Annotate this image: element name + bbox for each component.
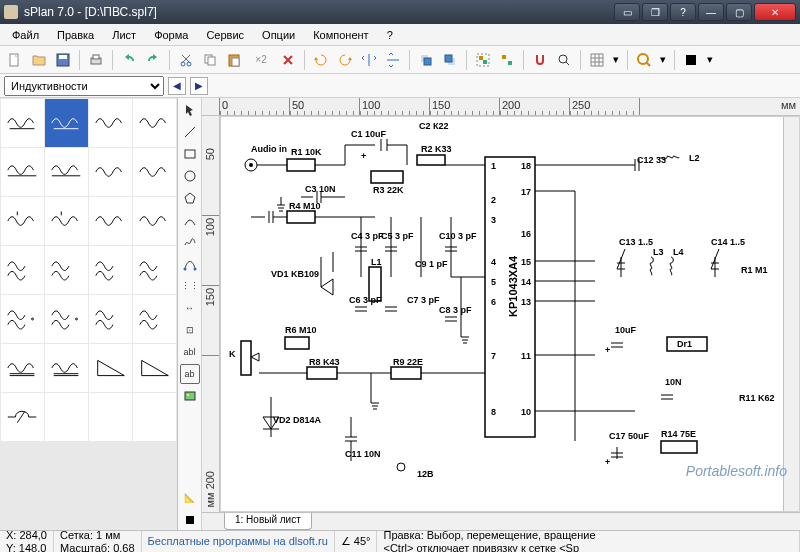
palette-item[interactable]: [89, 295, 132, 343]
palette-item[interactable]: [45, 246, 88, 294]
label-tool[interactable]: abl: [180, 342, 200, 362]
menu-sheet[interactable]: Лист: [104, 26, 144, 44]
palette-item[interactable]: [45, 197, 88, 245]
palette-item[interactable]: [45, 295, 88, 343]
special-tool[interactable]: ⋮⋮: [180, 276, 200, 296]
node-tool[interactable]: ⊡: [180, 320, 200, 340]
zoom-button[interactable]: [633, 49, 655, 71]
palette-item[interactable]: [1, 99, 44, 147]
svg-text:C13
1..5: C13 1..5: [619, 237, 653, 247]
palette-item[interactable]: [45, 393, 88, 441]
palette-item[interactable]: [1, 344, 44, 392]
image-tool[interactable]: [180, 386, 200, 406]
sheet-tab[interactable]: 1: Новый лист: [224, 513, 312, 530]
ungroup-button[interactable]: [496, 49, 518, 71]
menu-service[interactable]: Сервис: [198, 26, 252, 44]
palette-item[interactable]: [45, 148, 88, 196]
svg-text:C17
50uF: C17 50uF: [609, 431, 650, 441]
min-child-button[interactable]: ▭: [614, 3, 640, 21]
palette-item[interactable]: [133, 148, 176, 196]
fill-color-button[interactable]: [680, 49, 702, 71]
flip-h-button[interactable]: [358, 49, 380, 71]
open-button[interactable]: [28, 49, 50, 71]
print-button[interactable]: [85, 49, 107, 71]
help-button[interactable]: ?: [670, 3, 696, 21]
minimize-button[interactable]: —: [698, 3, 724, 21]
redo-button[interactable]: [142, 49, 164, 71]
titlebar: sPlan 7.0 - [D:\ПВС.spl7] ▭ ❐ ? — ▢ ✕: [0, 0, 800, 24]
palette-item[interactable]: [45, 99, 88, 147]
palette-item[interactable]: [133, 295, 176, 343]
menu-component[interactable]: Компонент: [305, 26, 376, 44]
palette-item[interactable]: [1, 148, 44, 196]
delete-button[interactable]: [277, 49, 299, 71]
vertical-scrollbar[interactable]: [783, 117, 799, 511]
curve-tool[interactable]: [180, 210, 200, 230]
maximize-button[interactable]: ▢: [726, 3, 752, 21]
svg-text:С6
3 pF: С6 3 pF: [349, 295, 382, 305]
horizontal-scrollbar[interactable]: [312, 513, 800, 530]
textframe-tool[interactable]: ab: [180, 364, 200, 384]
undo-button[interactable]: [118, 49, 140, 71]
group-button[interactable]: [472, 49, 494, 71]
copy-button[interactable]: [199, 49, 221, 71]
paste-button[interactable]: [223, 49, 245, 71]
palette-item[interactable]: [89, 148, 132, 196]
rect-tool[interactable]: [180, 144, 200, 164]
fill-dropdown[interactable]: ▾: [704, 49, 716, 71]
palette-item[interactable]: [133, 393, 176, 441]
bring-front-button[interactable]: [415, 49, 437, 71]
dimension-tool[interactable]: ↔: [180, 298, 200, 318]
palette-item[interactable]: [1, 393, 44, 441]
flip-v-button[interactable]: [382, 49, 404, 71]
palette-item[interactable]: [133, 246, 176, 294]
palette-item[interactable]: [1, 246, 44, 294]
rotate-left-button[interactable]: [310, 49, 332, 71]
line-tool[interactable]: [180, 122, 200, 142]
save-button[interactable]: [52, 49, 74, 71]
menu-help[interactable]: ?: [379, 26, 401, 44]
grid-dropdown[interactable]: ▾: [610, 49, 622, 71]
menu-edit[interactable]: Правка: [49, 26, 102, 44]
palette-item[interactable]: [89, 344, 132, 392]
menu-options[interactable]: Опции: [254, 26, 303, 44]
library-select[interactable]: Индуктивности: [4, 76, 164, 96]
snap-button[interactable]: [529, 49, 551, 71]
zoom-dropdown[interactable]: ▾: [657, 49, 669, 71]
drawing-canvas[interactable]: Audio in R1 10K C1 10uF С2 К22 +: [220, 116, 800, 512]
ruler-unit-v: мм 200: [204, 471, 216, 508]
palette-item[interactable]: [133, 197, 176, 245]
palette-item[interactable]: [133, 99, 176, 147]
grid-button[interactable]: [586, 49, 608, 71]
close-button[interactable]: ✕: [754, 3, 796, 21]
rotate-right-button[interactable]: [334, 49, 356, 71]
menu-form[interactable]: Форма: [146, 26, 196, 44]
palette-item[interactable]: [89, 99, 132, 147]
polygon-tool[interactable]: [180, 188, 200, 208]
send-back-button[interactable]: [439, 49, 461, 71]
bezier-tool[interactable]: [180, 254, 200, 274]
svg-text:17: 17: [521, 187, 531, 197]
svg-rect-42: [417, 155, 445, 165]
search-button[interactable]: [553, 49, 575, 71]
palette-item[interactable]: [89, 197, 132, 245]
menu-file[interactable]: Файл: [4, 26, 47, 44]
pointer-tool[interactable]: [180, 100, 200, 120]
freehand-tool[interactable]: [180, 232, 200, 252]
cut-button[interactable]: [175, 49, 197, 71]
palette-item[interactable]: [89, 393, 132, 441]
new-button[interactable]: [4, 49, 26, 71]
fill-tool[interactable]: [180, 510, 200, 530]
lib-prev-button[interactable]: ◀: [168, 77, 186, 95]
restore-child-button[interactable]: ❐: [642, 3, 668, 21]
lib-next-button[interactable]: ▶: [190, 77, 208, 95]
download-link[interactable]: Бесплатные программы на dlsoft.ru: [142, 531, 335, 552]
palette-item[interactable]: [45, 344, 88, 392]
circle-tool[interactable]: [180, 166, 200, 186]
measure-tool[interactable]: 📐: [180, 488, 200, 508]
palette-item[interactable]: [133, 344, 176, 392]
palette-item[interactable]: [1, 197, 44, 245]
palette-item[interactable]: [1, 295, 44, 343]
palette-item[interactable]: [89, 246, 132, 294]
duplicate-button[interactable]: ×2: [247, 49, 275, 71]
